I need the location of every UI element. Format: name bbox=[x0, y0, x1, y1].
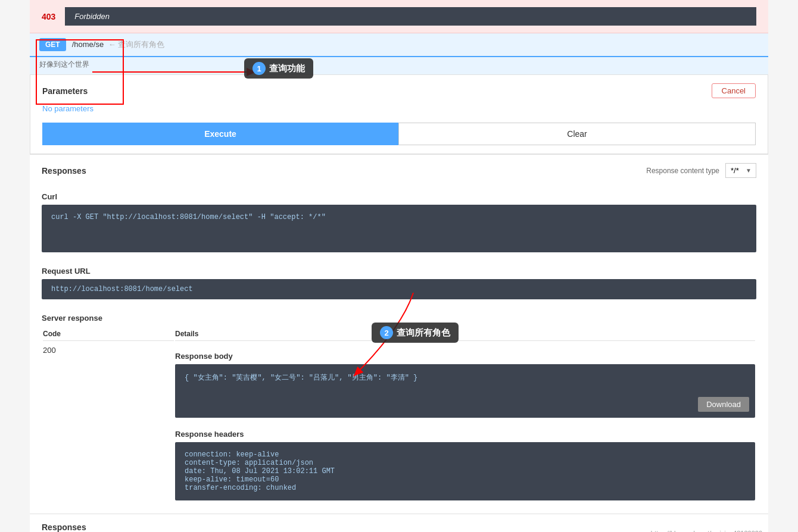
curl-section: Curl curl -X GET "http://localhost:8081/… bbox=[30, 186, 768, 261]
annotation-num-1: 1 bbox=[253, 62, 266, 75]
error-description: Forbidden bbox=[65, 7, 756, 26]
annotation-bubble-1: 1 查询功能 bbox=[244, 58, 313, 79]
code-column-header: Code bbox=[43, 327, 174, 341]
endpoint-row: GET /home/se ← 查询所有角色 1 查询功能 bbox=[30, 33, 768, 57]
error-code: 403 bbox=[42, 12, 55, 21]
response-body-label: Response body bbox=[175, 346, 755, 364]
no-parameters-label: No parameters bbox=[42, 104, 756, 113]
cancel-button[interactable]: Cancel bbox=[712, 83, 756, 98]
response-headers-block: connection: keep-alive content-type: app… bbox=[175, 442, 755, 500]
download-button[interactable]: Download bbox=[698, 397, 749, 412]
execute-button[interactable]: Execute bbox=[42, 123, 398, 145]
action-buttons: Execute Clear bbox=[42, 123, 756, 145]
endpoint-path: /home/se ← 查询所有角色 bbox=[72, 39, 165, 50]
response-headers-content: connection: keep-alive content-type: app… bbox=[185, 450, 335, 492]
response-body-block: { "女主角": "芙吉樱", "女二号": "吕落儿", "男主角": "李清… bbox=[175, 364, 755, 418]
annotation-bubble-2: 2 查询所有角色 bbox=[372, 323, 459, 343]
clear-button[interactable]: Clear bbox=[398, 123, 756, 145]
request-url-label: Request URL bbox=[42, 261, 756, 279]
annotation-text-2: 查询所有角色 bbox=[397, 327, 450, 339]
curl-label: Curl bbox=[42, 186, 756, 205]
get-method-badge[interactable]: GET bbox=[39, 38, 66, 51]
watermark: https://blog.csdn.net/weixin_48130020 bbox=[651, 530, 762, 532]
details-column-header: Details bbox=[175, 327, 755, 341]
parameters-title: Parameters bbox=[42, 86, 88, 96]
endpoint-annotation: ← 查询所有角色 bbox=[108, 40, 165, 49]
response-headers-label: Response headers bbox=[175, 424, 755, 442]
endpoint-label: 好像到这个世界 bbox=[30, 57, 768, 74]
curl-code: curl -X GET "http://localhost:8081/home/… bbox=[42, 205, 756, 252]
parameters-section: Parameters Cancel No parameters Execute … bbox=[30, 74, 768, 154]
responses-header: Responses Response content type */* bbox=[30, 154, 768, 186]
server-response-section: Server response Code Details 200 Respons… bbox=[30, 308, 768, 514]
content-type-select-wrapper[interactable]: */* bbox=[725, 163, 756, 178]
annotation-num-2: 2 bbox=[380, 326, 393, 339]
content-type-label: Response content type bbox=[646, 167, 719, 175]
response-code-200: 200 bbox=[43, 342, 174, 504]
annotation-text-1: 查询功能 bbox=[269, 63, 305, 74]
responses-title: Responses bbox=[42, 166, 86, 176]
content-type-select[interactable]: */* bbox=[725, 163, 756, 178]
error-section: 403 Forbidden bbox=[30, 0, 768, 33]
response-row-200: 200 Response body { "女主角": "芙吉樱", "女二号":… bbox=[43, 342, 755, 504]
